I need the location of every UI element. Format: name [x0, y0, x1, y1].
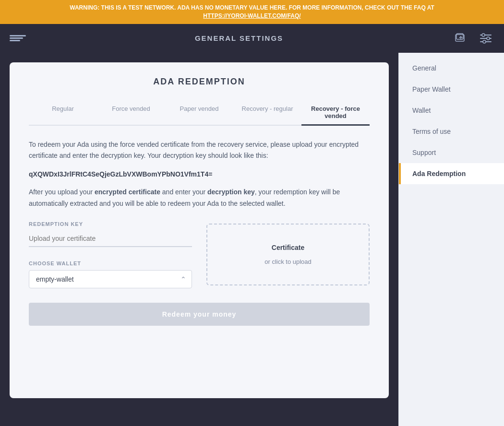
card: ADA REDEMPTION Regular Force vended Pape… — [10, 62, 389, 398]
logo-line-3 — [10, 40, 20, 41]
sidebar-item-general[interactable]: General — [399, 58, 504, 79]
warning-banner: WARNING: THIS IS A TEST NETWORK. ADA HAS… — [0, 0, 504, 24]
form-left: REDEMPTION KEY CHOOSE WALLET empty-walle… — [29, 221, 192, 288]
sidebar: General Paper Wallet Wallet Terms of use… — [398, 53, 504, 426]
sidebar-item-paper-wallet[interactable]: Paper Wallet — [399, 79, 504, 100]
choose-wallet-label: CHOOSE WALLET — [29, 260, 192, 266]
svg-point-3 — [482, 34, 485, 36]
tab-force-vended[interactable]: Force vended — [97, 100, 165, 126]
sidebar-item-wallet[interactable]: Wallet — [399, 100, 504, 121]
description-text: To redeem your Ada using the force vende… — [29, 139, 370, 162]
warning-link[interactable]: HTTPS://YOROI-WALLET.COM/FAQ/ — [203, 12, 300, 19]
tab-recovery-regular[interactable]: Recovery - regular — [233, 100, 301, 126]
logo-line-1 — [10, 35, 26, 36]
sidebar-item-terms[interactable]: Terms of use — [399, 121, 504, 142]
logo-line-2 — [10, 37, 23, 39]
redemption-key-label: REDEMPTION KEY — [29, 221, 192, 227]
main-layout: ADA REDEMPTION Regular Force vended Pape… — [0, 53, 504, 426]
certificate-or-text: or click to upload — [264, 258, 312, 265]
page-title: ADA REDEMPTION — [29, 77, 370, 87]
svg-point-7 — [483, 40, 486, 43]
tab-paper-vended[interactable]: Paper vended — [165, 100, 233, 126]
sidebar-item-support[interactable]: Support — [399, 142, 504, 163]
content-area: ADA REDEMPTION Regular Force vended Pape… — [0, 53, 398, 426]
tabs: Regular Force vended Paper vended Recove… — [29, 100, 370, 126]
after-text: After you upload your encrypted certific… — [29, 187, 370, 210]
header-title: GENERAL SETTINGS — [195, 34, 283, 42]
form-columns: REDEMPTION KEY CHOOSE WALLET empty-walle… — [29, 221, 370, 288]
tab-recovery-force-vended[interactable]: Recovery - force vended — [301, 100, 370, 126]
svg-point-5 — [487, 37, 490, 40]
certificate-label: Certificate — [272, 244, 304, 251]
key-example: qXQWDxI3JrlFRtC4SeQjeGzLbVXWBomYPbNO1Vfm… — [29, 170, 370, 178]
sidebar-item-ada-redemption[interactable]: Ada Redemption — [399, 163, 504, 184]
redeem-button[interactable]: Redeem your money — [29, 303, 370, 326]
logo[interactable] — [10, 35, 26, 41]
wallet-export-icon[interactable] — [452, 30, 469, 47]
header-icons — [452, 30, 494, 47]
settings-icon[interactable] — [477, 30, 494, 47]
warning-text: WARNING: THIS IS A TEST NETWORK. ADA HAS… — [70, 4, 434, 11]
wallet-select[interactable]: empty-wallet — [29, 270, 192, 288]
tab-regular[interactable]: Regular — [29, 100, 97, 126]
redemption-key-input[interactable] — [29, 231, 192, 247]
form-right: Certificate or click to upload — [206, 221, 370, 288]
wallet-select-container: empty-wallet ⌃ — [29, 270, 192, 288]
header: GENERAL SETTINGS — [0, 24, 504, 53]
certificate-upload-area[interactable]: Certificate or click to upload — [206, 224, 370, 285]
